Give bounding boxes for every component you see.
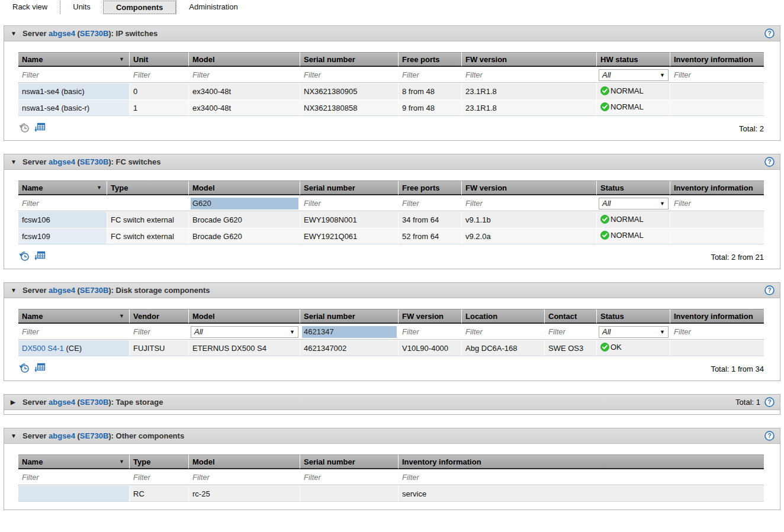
table-export-icon[interactable] [34,122,46,133]
filter-input-fw-version[interactable] [464,198,595,209]
component-name-link[interactable]: DX500 S4-1 [22,344,64,353]
column-header-fw-version[interactable]: FW version [462,180,597,195]
server-model-link[interactable]: SE730B [80,157,108,166]
column-header-free-ports[interactable]: Free ports [399,52,462,67]
filter-input-name[interactable] [20,326,128,338]
filter-select-model[interactable]: All▼ [191,326,298,338]
filter-input-serial-number[interactable] [302,69,397,81]
table-export-icon[interactable] [34,250,46,262]
panel-header[interactable]: ▼Server abgse4 (SE730B): Disk storage co… [4,283,780,298]
tab-components[interactable]: Components [103,1,176,14]
filter-cell [189,67,300,83]
column-header-fw-version[interactable]: FW version [399,309,462,324]
help-icon[interactable]: ? [764,157,775,167]
filter-input-serial-number[interactable] [302,326,397,338]
panel-header[interactable]: ▼Server abgse4 (SE730B): Other component… [4,428,780,444]
server-name-link[interactable]: abgse4 [49,431,75,440]
panel-header[interactable]: ▶Server abgse4 (SE730B): Tape storageTot… [4,395,780,410]
cell-name: fcsw106 [18,212,107,228]
server-model-link[interactable]: SE730B [80,286,108,295]
column-header-fw-version[interactable]: FW version [462,52,597,67]
column-header-serial-number[interactable]: Serial number [300,180,399,195]
filter-input-serial-number[interactable] [302,472,397,483]
sort-desc-icon[interactable]: ▼ [119,459,126,465]
sort-desc-icon[interactable]: ▼ [119,313,126,319]
filter-input-inventory-information[interactable] [672,69,762,81]
column-header-model[interactable]: Model [189,52,300,67]
column-header-model[interactable]: Model [189,454,300,469]
filter-input-serial-number[interactable] [302,198,397,209]
sort-desc-icon[interactable]: ▼ [119,56,126,62]
sort-desc-icon[interactable]: ▼ [97,185,103,191]
column-header-name[interactable]: Name▼ [18,52,130,67]
column-header-inventory-information[interactable]: Inventory information [670,309,764,324]
column-header-inventory-information[interactable]: Inventory information [670,52,764,67]
filter-select-status[interactable]: All▼ [599,198,669,209]
refresh-history-icon[interactable] [18,122,30,133]
filter-input-inventory-information[interactable] [672,326,762,338]
filter-input-name[interactable] [20,198,105,209]
server-model-link[interactable]: SE730B [80,29,108,38]
server-name-link[interactable]: abgse4 [49,286,75,295]
filter-input-name[interactable] [20,69,128,81]
panel-body [4,410,780,414]
filter-input-location[interactable] [464,326,543,338]
column-header-serial-number[interactable]: Serial number [300,454,399,469]
total-label: Total: 2 [739,124,764,133]
filter-input-model[interactable] [191,198,298,209]
tab-units[interactable]: Units [60,1,103,14]
help-icon[interactable]: ? [764,285,775,295]
column-header-model[interactable]: Model [189,309,300,324]
column-header-inventory-information[interactable]: Inventory information [670,180,764,195]
column-header-type[interactable]: Type [107,180,189,195]
column-header-name[interactable]: Name▼ [18,180,107,195]
panel-header[interactable]: ▼Server abgse4 (SE730B): IP switches? [4,26,780,41]
help-icon[interactable]: ? [764,397,775,407]
filter-input-unit[interactable] [131,69,187,81]
cell-unit: 0 [130,83,189,99]
filter-input-model[interactable] [191,69,298,81]
column-header-free-ports[interactable]: Free ports [399,180,462,195]
filter-input-contact[interactable] [547,326,595,338]
tab-rack-view[interactable]: Rack view [0,1,60,14]
filter-input-inventory-information[interactable] [400,472,762,483]
filter-input-type[interactable] [131,472,187,483]
filter-input-inventory-information[interactable] [672,198,762,209]
table-export-icon[interactable] [34,362,46,373]
panel-header-right: ? [764,28,775,38]
column-header-hw-status[interactable]: HW status [597,52,670,67]
help-icon[interactable]: ? [764,431,775,441]
column-header-location[interactable]: Location [462,309,545,324]
column-header-serial-number[interactable]: Serial number [300,52,399,67]
tab-administration[interactable]: Administration [176,1,250,14]
column-header-inventory-information[interactable]: Inventory information [399,454,764,469]
server-name-link[interactable]: abgse4 [49,29,75,38]
column-header-status[interactable]: Status [597,309,670,324]
column-header-model[interactable]: Model [189,180,300,195]
server-model-link[interactable]: SE730B [80,431,108,440]
filter-input-free-ports[interactable] [400,69,460,81]
refresh-history-icon[interactable] [18,250,30,262]
column-header-type[interactable]: Type [130,454,189,469]
column-header-status[interactable]: Status [597,180,670,195]
filter-input-vendor[interactable] [131,326,187,338]
filter-input-fw-version[interactable] [464,69,595,81]
column-header-serial-number[interactable]: Serial number [300,309,399,324]
column-header-vendor[interactable]: Vendor [130,309,189,324]
column-header-name[interactable]: Name▼ [18,454,130,469]
panel-header[interactable]: ▼Server abgse4 (SE730B): FC switches? [4,154,780,170]
server-name-link[interactable]: abgse4 [49,157,75,166]
filter-input-name[interactable] [20,472,128,483]
refresh-history-icon[interactable] [18,362,30,373]
column-header-name[interactable]: Name▼ [18,309,130,324]
filter-input-fw-version[interactable] [400,326,460,338]
help-icon[interactable]: ? [764,28,775,38]
server-model-link[interactable]: SE730B [80,398,108,407]
filter-select-status[interactable]: All▼ [599,326,669,338]
filter-select-hw-status[interactable]: All▼ [599,69,669,81]
column-header-unit[interactable]: Unit [130,52,189,67]
column-header-contact[interactable]: Contact [545,309,597,324]
filter-input-model[interactable] [191,472,298,483]
server-name-link[interactable]: abgse4 [49,398,75,407]
filter-input-free-ports[interactable] [400,198,460,209]
